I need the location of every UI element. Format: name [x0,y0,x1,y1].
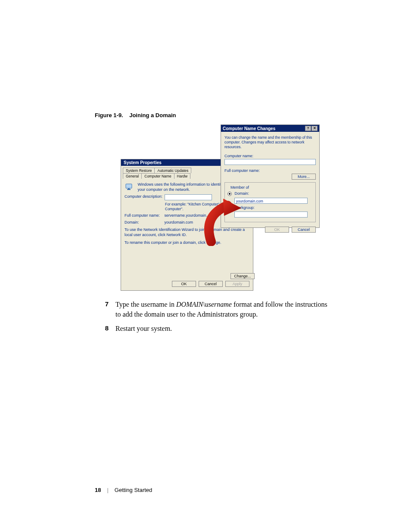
ok-button[interactable]: OK [172,281,196,287]
tab-automatic-updates[interactable]: Automatic Updates [154,168,191,173]
workgroup-radio[interactable] [227,205,232,210]
figure-caption: Figure 1-9. Joining a Domain [95,112,333,118]
svg-rect-1 [127,189,131,190]
figure-title: Joining a Domain [129,112,176,118]
steps-list: 7 Type the username in DOMAIN\username f… [95,299,333,334]
step-text-italic: DOMAIN\username [176,301,232,308]
tab-general[interactable]: General [123,173,142,179]
section-name: Getting Started [115,487,152,493]
info-text: Windows uses the following information t… [138,182,228,192]
step-number: 7 [95,299,109,319]
domain-value: yourdomain.com [165,220,193,225]
step-text: Type the username in DOMAIN\username for… [115,299,333,319]
computer-name-changes-window: Computer Name Changes ? ✕ You can change… [221,124,320,228]
step-7: 7 Type the username in DOMAIN\username f… [95,299,333,319]
apply-button[interactable]: Apply [225,281,249,287]
step-text: Restart your system. [115,324,333,333]
page-footer: 18 | Getting Started [95,487,152,493]
full-name-label: Full computer name: [125,213,163,218]
tab-computer-name[interactable]: Computer Name [141,173,174,179]
full-name-label: Full computer name: [224,168,316,173]
change-button[interactable]: Change... [230,273,255,279]
page-number: 18 [95,487,101,493]
svg-rect-2 [128,188,130,189]
ok-button[interactable]: OK [265,227,289,233]
workgroup-radio-label: Workgroup: [235,205,255,210]
description-text: You can change the name and the membersh… [224,135,316,149]
cancel-button[interactable]: Cancel [199,281,223,287]
separator: | [107,487,108,493]
domain-radio-label: Domain: [235,191,249,196]
member-of-legend: Member of [229,185,250,190]
domain-label: Domain: [125,220,163,225]
tab-hardware[interactable]: Hardw [174,173,191,179]
figure-area: System Properties System Restore Automat… [121,124,319,292]
member-of-group: Member of Domain: yourdomain.com Workgro… [224,182,316,222]
step-8: 8 Restart your system. [95,324,333,333]
domain-radio[interactable] [227,192,232,196]
cnc-title-text: Computer Name Changes [223,126,275,131]
description-input[interactable] [165,194,212,200]
description-label: Computer description: [125,194,163,199]
close-icon[interactable]: ✕ [311,126,318,131]
help-icon[interactable]: ? [305,126,311,131]
svg-rect-0 [126,184,132,188]
computer-name-label: Computer name: [224,154,316,158]
step-number: 8 [95,324,109,333]
full-name-value: servername.yourdomain. [165,213,208,218]
cancel-button[interactable]: Cancel [292,227,316,233]
domain-input[interactable]: yourdomain.com [234,198,308,204]
workgroup-input[interactable] [234,212,308,218]
rename-text: To rename this computer or join a domain… [125,240,249,246]
step-text-a: Type the username in [115,301,176,308]
window-title: Computer Name Changes ? ✕ [221,125,319,132]
computer-icon [125,182,135,193]
computer-name-input[interactable] [224,159,316,165]
figure-number: Figure 1-9. [95,112,123,118]
tab-system-restore[interactable]: System Restore [123,168,155,173]
more-button[interactable]: More... [292,174,316,180]
